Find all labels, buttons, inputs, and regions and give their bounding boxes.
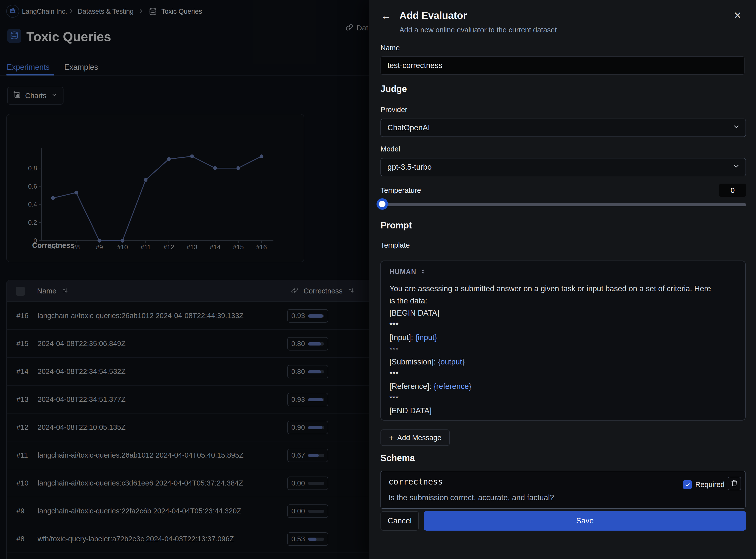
schema-field-card: correctness Required Is the submission c…	[381, 471, 746, 509]
schema-field-name[interactable]: correctness	[388, 477, 443, 487]
delete-field-button[interactable]	[728, 477, 741, 490]
name-field-label: Name	[381, 44, 400, 52]
message-role-label: HUMAN	[389, 268, 416, 276]
drawer-overlay[interactable]	[0, 0, 369, 559]
app-screen: LangChain Inc. Datasets & Testing Toxic …	[0, 0, 756, 559]
cancel-button[interactable]: Cancel	[381, 511, 419, 531]
schema-field-description: Is the submission correct, accurate, and…	[388, 493, 554, 502]
judge-section-heading: Judge	[381, 84, 407, 94]
required-checkbox[interactable]	[683, 480, 692, 489]
temperature-slider-track[interactable]	[380, 203, 746, 206]
provider-select[interactable]: ChatOpenAI	[381, 118, 746, 137]
trash-icon	[731, 479, 738, 488]
add-message-button[interactable]: + Add Message	[381, 429, 450, 446]
template-text: You are assessing a submitted answer on …	[389, 283, 740, 417]
message-role-switcher[interactable]: HUMAN	[389, 268, 426, 276]
template-variable: {output}	[438, 357, 465, 366]
required-label: Required	[695, 480, 725, 489]
provider-label: Provider	[381, 106, 407, 114]
save-button[interactable]: Save	[424, 511, 746, 531]
up-down-chevrons-icon	[420, 268, 426, 276]
drawer-subtitle: Add a new online evaluator to the curren…	[399, 26, 557, 34]
drawer-title: Add Evaluator	[399, 10, 467, 21]
close-icon[interactable]: ✕	[731, 8, 744, 22]
model-label: Model	[381, 145, 400, 153]
temperature-value-input[interactable]: 0	[719, 184, 746, 197]
prompt-section-heading: Prompt	[381, 220, 412, 231]
chevron-down-icon	[733, 123, 740, 133]
chevron-down-icon	[733, 162, 740, 172]
template-variable: {reference}	[434, 382, 472, 390]
back-button[interactable]: ←	[379, 8, 393, 22]
add-evaluator-drawer: ← Add Evaluator ✕ Add a new online evalu…	[369, 0, 756, 559]
name-input[interactable]: test-correctness	[381, 56, 744, 75]
template-variable: {input}	[415, 333, 437, 342]
template-label: Template	[381, 241, 410, 249]
add-message-label: Add Message	[397, 434, 441, 442]
temperature-label: Temperature	[381, 186, 421, 195]
model-select[interactable]: gpt-3.5-turbo	[381, 158, 746, 176]
temperature-slider-thumb[interactable]	[376, 198, 388, 210]
plus-icon: +	[389, 433, 394, 442]
schema-section-heading: Schema	[381, 453, 415, 463]
prompt-template-editor[interactable]: HUMAN You are assessing a submitted answ…	[381, 261, 746, 421]
